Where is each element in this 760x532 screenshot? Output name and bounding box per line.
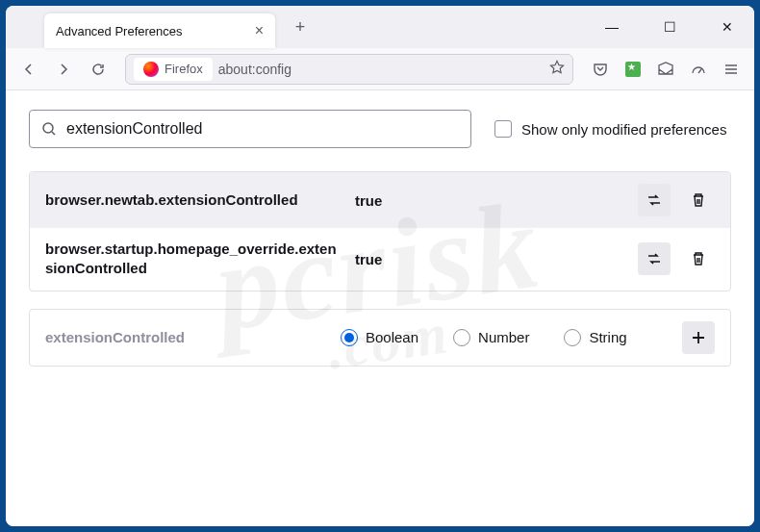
- radio-label: Boolean: [366, 329, 418, 345]
- search-row: Show only modified preferences: [29, 110, 731, 148]
- toolbar-icons: [585, 54, 747, 85]
- close-window-button[interactable]: ✕: [710, 19, 745, 35]
- checkbox-label: Show only modified preferences: [521, 121, 726, 138]
- browser-window: Advanced Preferences × + — ☐ ✕ Firefox a…: [6, 6, 754, 526]
- identity-label: Firefox: [165, 62, 203, 76]
- new-pref-name: extensionControlled: [45, 329, 329, 345]
- pref-row: browser.startup.homepage_override.extens…: [30, 228, 730, 291]
- radio-string[interactable]: String: [564, 329, 626, 346]
- close-icon[interactable]: ×: [255, 22, 264, 39]
- firefox-icon: [143, 62, 159, 77]
- new-tab-button[interactable]: +: [287, 13, 314, 40]
- dashboard-icon[interactable]: [683, 54, 714, 85]
- add-button[interactable]: [682, 321, 715, 354]
- radio-icon: [341, 329, 358, 346]
- tab-bar: Advanced Preferences × + — ☐ ✕: [6, 6, 754, 48]
- about-config-content: Show only modified preferences browser.n…: [6, 90, 754, 526]
- tab-title: Advanced Preferences: [56, 24, 247, 38]
- svg-point-0: [43, 123, 53, 133]
- window-controls: — ☐ ✕: [595, 6, 745, 48]
- pref-row: browser.newtab.extensionControlled true: [30, 172, 730, 228]
- prefs-table: browser.newtab.extensionControlled true …: [29, 171, 731, 291]
- maximize-button[interactable]: ☐: [652, 19, 687, 35]
- delete-button[interactable]: [682, 184, 715, 216]
- radio-number[interactable]: Number: [453, 329, 529, 346]
- search-input[interactable]: [66, 120, 459, 138]
- url-text: about:config: [218, 62, 544, 77]
- pref-name: browser.newtab.extensionControlled: [45, 190, 343, 210]
- show-modified-checkbox[interactable]: Show only modified preferences: [494, 120, 726, 138]
- pref-name: browser.startup.homepage_override.extens…: [45, 240, 343, 279]
- tab-advanced-preferences[interactable]: Advanced Preferences ×: [44, 13, 275, 48]
- checkbox-icon: [494, 120, 512, 138]
- toggle-button[interactable]: [638, 242, 671, 275]
- delete-button[interactable]: [682, 242, 715, 275]
- radio-boolean[interactable]: Boolean: [341, 329, 418, 346]
- new-pref-row: extensionControlled Boolean Number Strin…: [29, 309, 731, 367]
- extension-icon[interactable]: [618, 54, 648, 85]
- pref-value: true: [355, 251, 626, 267]
- radio-icon: [453, 329, 470, 346]
- url-bar[interactable]: Firefox about:config: [125, 54, 573, 85]
- identity-box[interactable]: Firefox: [134, 58, 213, 81]
- search-icon: [41, 121, 57, 137]
- search-box[interactable]: [29, 110, 471, 148]
- reload-button[interactable]: [83, 54, 114, 85]
- bookmark-star-icon[interactable]: [549, 60, 565, 78]
- toggle-button[interactable]: [638, 184, 671, 216]
- type-radio-group: Boolean Number String: [341, 329, 671, 346]
- inbox-icon[interactable]: [650, 54, 681, 85]
- navigation-bar: Firefox about:config: [6, 48, 754, 90]
- forward-button[interactable]: [48, 54, 79, 85]
- radio-icon: [564, 329, 581, 346]
- back-button[interactable]: [13, 54, 44, 85]
- pref-value: true: [355, 192, 626, 209]
- pocket-icon[interactable]: [585, 54, 616, 85]
- radio-label: String: [589, 329, 626, 345]
- minimize-button[interactable]: —: [595, 19, 629, 35]
- radio-label: Number: [478, 329, 529, 345]
- menu-button[interactable]: [716, 54, 747, 85]
